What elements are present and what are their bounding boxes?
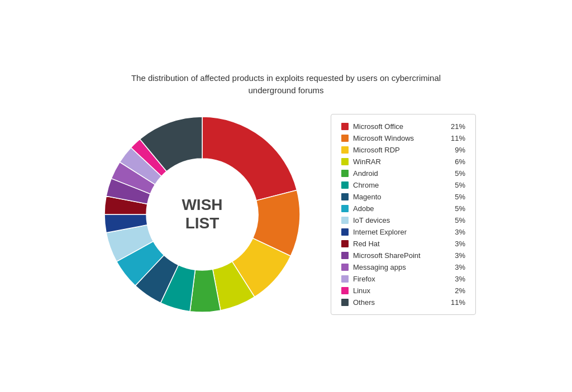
legend-item-pct: 5% xyxy=(455,193,465,201)
legend-item-pct: 2% xyxy=(455,286,465,295)
donut-label: WISHLIST xyxy=(182,195,222,233)
legend-item-pct: 3% xyxy=(455,251,465,260)
legend-color-swatch xyxy=(341,275,349,283)
legend-item-pct: 11% xyxy=(451,298,465,307)
legend-item-name: Red Hat xyxy=(353,240,449,248)
legend-color-swatch xyxy=(341,135,349,142)
legend-color-swatch xyxy=(341,217,349,224)
legend-item: Others11% xyxy=(341,298,465,307)
legend-item-pct: 6% xyxy=(455,157,465,166)
legend-color-swatch xyxy=(341,299,349,306)
legend-item: Red Hat3% xyxy=(341,240,465,248)
legend-box: Microsoft Office21%Microsoft Windows11%M… xyxy=(331,114,476,315)
legend-item: Microsoft Office21% xyxy=(341,122,465,131)
legend-item: Linux2% xyxy=(341,286,465,295)
legend-item-name: Microsoft Office xyxy=(353,122,445,131)
legend-item: WinRAR6% xyxy=(341,157,465,166)
legend-color-swatch xyxy=(341,287,349,294)
legend-item-name: Messaging apps xyxy=(353,263,449,271)
legend-item: IoT devices5% xyxy=(341,216,465,224)
legend-item-pct: 5% xyxy=(455,204,465,213)
legend-item: Messaging apps3% xyxy=(341,263,465,271)
legend-item-name: Android xyxy=(353,169,449,178)
legend-item: Microsoft Windows11% xyxy=(341,134,465,142)
legend-item-name: Adobe xyxy=(353,204,449,213)
legend-item-pct: 21% xyxy=(451,122,465,131)
legend-item-pct: 3% xyxy=(455,228,465,236)
legend-item: Firefox3% xyxy=(341,275,465,283)
legend-item-name: Firefox xyxy=(353,275,449,283)
legend-item-name: IoT devices xyxy=(353,216,449,224)
legend-item: Adobe5% xyxy=(341,204,465,213)
legend-item: Magento5% xyxy=(341,193,465,201)
legend-item-name: Internet Explorer xyxy=(353,228,449,236)
legend-color-swatch xyxy=(341,181,349,189)
legend-item-name: Microsoft RDP xyxy=(353,146,449,154)
legend-color-swatch xyxy=(341,193,349,200)
donut-chart: WISHLIST xyxy=(96,108,308,321)
legend-item: Microsoft RDP9% xyxy=(341,146,465,154)
legend-color-swatch xyxy=(341,158,349,165)
legend-item-name: Chrome xyxy=(353,181,449,189)
legend-item-name: Linux xyxy=(353,286,449,295)
legend-color-swatch xyxy=(341,228,349,236)
legend-item-pct: 5% xyxy=(455,169,465,178)
legend-item: Microsoft SharePoint3% xyxy=(341,251,465,260)
legend-color-swatch xyxy=(341,205,349,212)
legend-item-pct: 9% xyxy=(455,146,465,154)
legend-item-name: Microsoft SharePoint xyxy=(353,251,449,260)
legend-color-swatch xyxy=(341,146,349,154)
legend-color-swatch xyxy=(341,170,349,177)
legend-color-swatch xyxy=(341,252,349,259)
legend-item-name: Microsoft Windows xyxy=(353,134,445,142)
legend-item: Android5% xyxy=(341,169,465,178)
legend-item-name: WinRAR xyxy=(353,157,449,166)
legend-item-pct: 11% xyxy=(451,134,465,142)
legend-item-pct: 3% xyxy=(455,275,465,283)
legend-color-swatch xyxy=(341,264,349,271)
legend-item-pct: 5% xyxy=(455,216,465,224)
legend-item: Internet Explorer3% xyxy=(341,228,465,236)
legend-color-swatch xyxy=(341,123,349,130)
legend-item-pct: 5% xyxy=(455,181,465,189)
legend-item: Chrome5% xyxy=(341,181,465,189)
donut-segment xyxy=(202,117,297,200)
legend-item-pct: 3% xyxy=(455,240,465,248)
legend-color-swatch xyxy=(341,240,349,247)
legend-item-name: Magento xyxy=(353,193,449,201)
chart-title: The distribution of affected products in… xyxy=(131,72,441,97)
legend-item-pct: 3% xyxy=(455,263,465,271)
legend-item-name: Others xyxy=(353,298,445,307)
chart-container: WISHLIST Microsoft Office21%Microsoft Wi… xyxy=(96,108,476,321)
